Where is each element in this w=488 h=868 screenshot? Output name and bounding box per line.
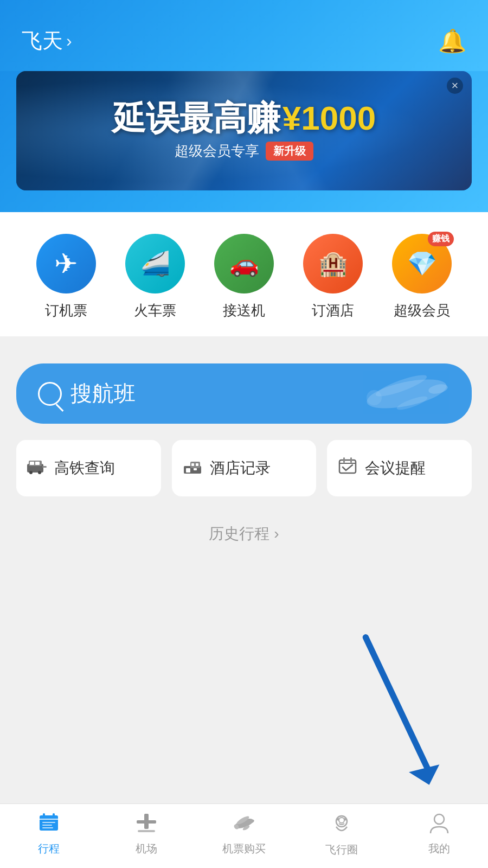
fly-circle-icon [330, 813, 353, 839]
earn-badge: 赚钱 [428, 232, 454, 246]
nav-item-mine[interactable]: 我的 [390, 813, 488, 857]
itinerary-icon [38, 813, 60, 838]
svg-rect-20 [343, 457, 345, 463]
svg-rect-28 [42, 822, 55, 823]
svg-rect-26 [43, 813, 45, 819]
nav-item-fly-circle[interactable]: 飞行圈 [293, 813, 390, 857]
meeting-reminder-icon [338, 457, 357, 479]
train-query-label: 高铁查询 [54, 458, 115, 478]
hotel-label: 订酒店 [312, 301, 354, 320]
mine-label: 我的 [428, 841, 450, 856]
quick-item-hotel[interactable]: 🏨 订酒店 [288, 234, 377, 320]
search-label: 搜航班 [70, 379, 136, 409]
hotel-record-label: 酒店记录 [210, 458, 271, 478]
mine-icon [428, 813, 450, 838]
quick-menu-section: ✈ 订机票 🚄 火车票 🚗 接送机 🏨 订酒店 💎 赚钱 [0, 212, 488, 336]
banner-close-button[interactable]: × [447, 78, 463, 94]
quick-item-train[interactable]: 🚄 火车票 [111, 234, 200, 320]
car-vehicle-icon: 🚗 [229, 250, 259, 278]
search-plane-decoration [358, 369, 455, 418]
svg-rect-29 [42, 825, 52, 826]
search-flight-bar[interactable]: 搜航班 [16, 363, 472, 424]
vip-label: 超级会员 [394, 301, 450, 320]
svg-rect-14 [191, 463, 194, 466]
airport-label: 机场 [136, 841, 157, 856]
app-title[interactable]: 飞天 › [22, 27, 72, 55]
svg-point-40 [339, 818, 344, 823]
svg-point-43 [434, 814, 444, 824]
tool-card-train-query[interactable]: 高铁查询 [16, 440, 161, 496]
train-label: 火车票 [134, 301, 176, 320]
train-icon: 🚄 [125, 234, 185, 293]
svg-point-10 [38, 471, 41, 474]
svg-line-22 [365, 637, 429, 772]
tool-card-meeting-reminder[interactable]: 会议提醒 [327, 440, 472, 496]
arrow-overlay [347, 627, 455, 792]
meeting-reminder-label: 会议提醒 [365, 458, 426, 478]
train-bullet-icon: 🚄 [140, 250, 170, 278]
pointing-arrow [347, 627, 455, 790]
fly-circle-label: 飞行圈 [325, 843, 358, 857]
airport-icon [136, 813, 157, 838]
app-title-text: 飞天 [22, 27, 63, 55]
history-text: 历史行程 [209, 524, 269, 544]
main-content-section: 搜航班 [0, 336, 488, 577]
header: 飞天 › 🔔 [0, 0, 488, 71]
svg-point-42 [344, 818, 347, 821]
svg-rect-11 [42, 466, 47, 468]
svg-rect-17 [194, 468, 197, 470]
flight-label: 订机票 [45, 301, 87, 320]
title-chevron: › [66, 31, 72, 51]
svg-rect-18 [339, 460, 356, 473]
svg-point-41 [337, 818, 339, 821]
flight-plane-icon: ✈ [54, 247, 78, 280]
tool-cards-row: 高铁查询 酒店记录 [16, 440, 472, 496]
notification-bell-icon[interactable]: 🔔 [438, 28, 466, 54]
history-trip-link[interactable]: 历史行程 › [16, 513, 472, 555]
banner-badge: 新升级 [266, 142, 313, 161]
svg-rect-25 [40, 819, 58, 820]
hotel-building-icon: 🏨 [318, 250, 348, 278]
banner-title: 延误最高赚 [112, 101, 280, 135]
svg-rect-7 [30, 462, 34, 465]
svg-rect-19 [339, 463, 356, 464]
svg-rect-30 [42, 827, 53, 828]
buy-ticket-label: 机票购买 [222, 841, 266, 856]
promo-banner[interactable]: × 延误最高赚 ¥1000 超级会员专享 新升级 [16, 71, 472, 190]
svg-rect-16 [186, 468, 190, 473]
itinerary-label: 行程 [38, 841, 60, 856]
nav-item-itinerary[interactable]: 行程 [0, 813, 98, 857]
svg-point-9 [29, 471, 33, 474]
bottom-navigation: 行程 机场 机票购买 [0, 803, 488, 868]
svg-rect-8 [35, 462, 40, 465]
nav-item-airport[interactable]: 机场 [98, 813, 195, 857]
banner-container: × 延误最高赚 ¥1000 超级会员专享 新升级 [0, 71, 488, 212]
car-icon: 🚗 [214, 234, 274, 293]
svg-rect-15 [196, 463, 198, 466]
train-query-icon [27, 458, 47, 479]
buy-ticket-plane-icon [232, 813, 256, 838]
nav-item-buy-ticket[interactable]: 机票购买 [195, 813, 293, 857]
hotel-record-icon [183, 458, 202, 479]
quick-item-flight[interactable]: ✈ 订机票 [22, 234, 111, 320]
quick-menu: ✈ 订机票 🚄 火车票 🚗 接送机 🏨 订酒店 💎 赚钱 [22, 234, 466, 320]
vip-icon: 💎 赚钱 [392, 234, 452, 293]
banner-main-text: 延误最高赚 ¥1000 [112, 101, 376, 135]
car-label: 接送机 [223, 301, 265, 320]
flight-icon: ✈ [36, 234, 96, 293]
quick-item-car[interactable]: 🚗 接送机 [200, 234, 288, 320]
banner-amount: ¥1000 [282, 101, 376, 135]
search-circle-icon [38, 382, 62, 406]
hotel-icon: 🏨 [303, 234, 363, 293]
svg-rect-33 [138, 830, 155, 832]
history-chevron: › [274, 525, 279, 542]
tool-card-hotel-record[interactable]: 酒店记录 [172, 440, 317, 496]
svg-rect-32 [137, 820, 156, 824]
quick-item-vip[interactable]: 💎 赚钱 超级会员 [377, 234, 466, 320]
banner-sub-text: 超级会员专享 [175, 142, 259, 161]
banner-subtitle: 超级会员专享 新升级 [175, 142, 313, 161]
svg-rect-27 [53, 813, 55, 819]
vip-diamond-icon: 💎 [407, 250, 437, 278]
svg-rect-21 [350, 457, 352, 463]
